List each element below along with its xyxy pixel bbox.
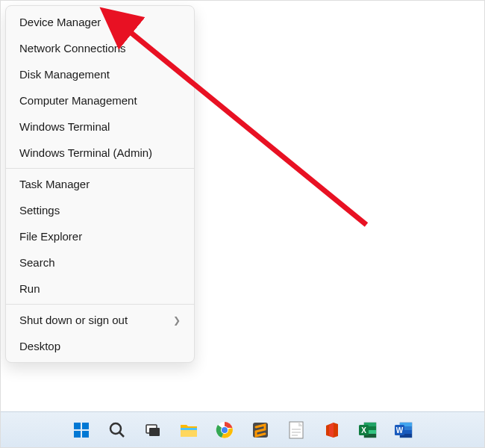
menu-item-windows-terminal-admin[interactable]: Windows Terminal (Admin) (6, 140, 194, 166)
menu-item-search[interactable]: Search (6, 249, 194, 276)
menu-item-file-explorer[interactable]: File Explorer (6, 223, 194, 249)
menu-separator (6, 168, 194, 169)
svg-point-6 (110, 423, 121, 434)
word-icon[interactable]: W (389, 415, 419, 445)
menu-item-run[interactable]: Run (6, 276, 194, 302)
file-explorer-icon[interactable] (174, 415, 204, 445)
svg-line-7 (119, 432, 124, 437)
svg-rect-4 (74, 431, 81, 438)
chevron-right-icon: ❯ (173, 315, 181, 326)
menu-label: Device Manager (19, 16, 101, 28)
menu-label: Disk Management (19, 68, 110, 81)
menu-label: Search (19, 256, 55, 269)
menu-item-shutdown-signout[interactable]: Shut down or sign out ❯ (6, 307, 194, 333)
menu-label: Settings (19, 204, 60, 217)
menu-label: Network Connections (19, 42, 126, 55)
excel-icon[interactable]: X (353, 415, 383, 445)
svg-rect-3 (82, 423, 89, 429)
search-icon[interactable] (102, 415, 132, 445)
task-view-icon[interactable] (138, 415, 168, 445)
winx-context-menu: Device Manager Network Connections Disk … (5, 5, 195, 363)
menu-item-windows-terminal[interactable]: Windows Terminal (6, 113, 194, 140)
svg-point-14 (222, 427, 228, 433)
office-icon[interactable] (317, 415, 347, 445)
svg-text:W: W (396, 426, 404, 435)
menu-label: Desktop (19, 340, 60, 352)
menu-item-desktop[interactable]: Desktop (6, 333, 194, 359)
menu-label: Windows Terminal (19, 120, 110, 133)
menu-label: Windows Terminal (Admin) (19, 146, 152, 159)
menu-item-disk-management[interactable]: Disk Management (6, 61, 194, 87)
menu-label: Run (19, 282, 40, 295)
start-icon[interactable] (66, 415, 96, 445)
menu-item-settings[interactable]: Settings (6, 197, 194, 223)
menu-label: Computer Management (19, 94, 137, 107)
menu-item-computer-management[interactable]: Computer Management (6, 87, 194, 113)
menu-label: Task Manager (19, 178, 90, 190)
svg-rect-5 (82, 431, 89, 438)
notepad-icon[interactable] (281, 415, 311, 445)
svg-rect-2 (74, 423, 81, 429)
svg-rect-11 (181, 428, 197, 430)
menu-label: File Explorer (19, 230, 82, 243)
taskbar: X W (1, 411, 484, 447)
svg-text:X: X (361, 426, 366, 435)
menu-item-device-manager[interactable]: Device Manager (6, 9, 194, 35)
menu-item-network-connections[interactable]: Network Connections (6, 35, 194, 61)
sublime-text-icon[interactable] (245, 415, 275, 445)
svg-rect-9 (149, 428, 160, 436)
chrome-icon[interactable] (210, 415, 240, 445)
menu-separator (6, 304, 194, 305)
menu-label: Shut down or sign out (19, 314, 128, 326)
menu-item-task-manager[interactable]: Task Manager (6, 171, 194, 197)
